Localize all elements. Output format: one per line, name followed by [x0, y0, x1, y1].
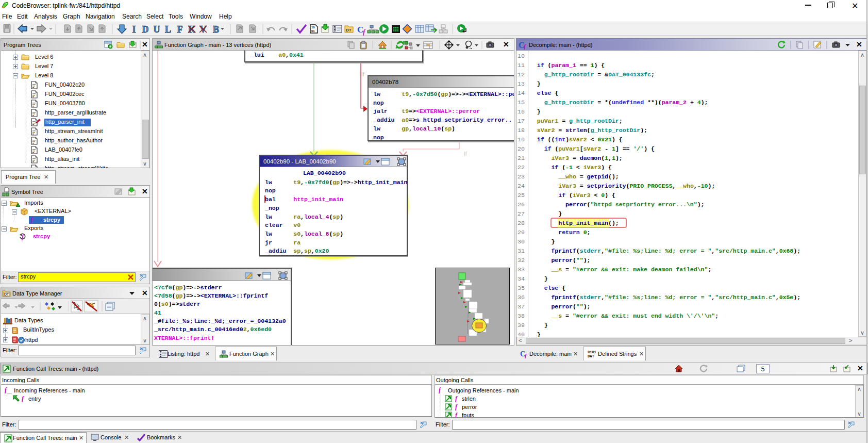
svg-text:0101: 0101	[588, 350, 596, 354]
svg-text:DT: DT	[4, 292, 9, 296]
svg-text:f: f	[363, 28, 366, 36]
svg-text:01: 01	[311, 29, 315, 32]
svg-text:f: f	[525, 352, 527, 358]
svg-text:DAT: DAT	[588, 354, 594, 358]
svg-text:I: I	[132, 24, 136, 35]
svg-text:10: 10	[311, 26, 315, 29]
svg-text:D: D	[142, 24, 149, 35]
svg-text:B: B	[213, 24, 219, 35]
svg-text:U: U	[154, 24, 160, 35]
svg-text:L: L	[165, 24, 171, 35]
svg-text:f: f	[524, 43, 526, 50]
svg-text:DT: DT	[346, 28, 352, 32]
svg-text:F: F	[177, 24, 183, 35]
